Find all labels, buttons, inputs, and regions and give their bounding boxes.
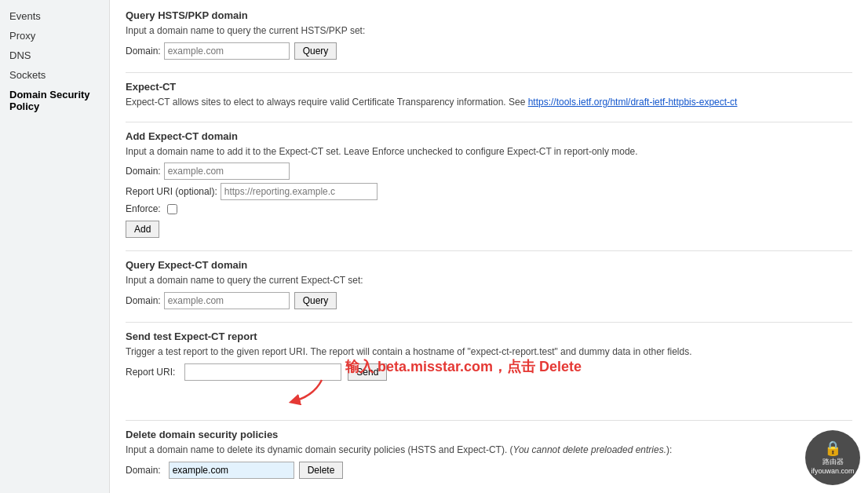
add-expect-ct-report-uri-row: Report URI (optional): — [126, 183, 852, 200]
add-expect-ct-report-uri-input[interactable] — [221, 183, 377, 200]
delete-domain-desc-italic: You cannot delete preloaded entries. — [513, 444, 666, 455]
delete-domain-desc-suffix: ): — [666, 444, 672, 455]
expect-ct-description-text: Expect-CT allows sites to elect to alway… — [126, 97, 528, 108]
send-test-description: Trigger a test report to the given repor… — [126, 345, 852, 359]
add-expect-ct-enforce-checkbox[interactable] — [167, 204, 177, 214]
query-expect-ct-button[interactable]: Query — [294, 292, 337, 309]
watermark-line2: ifyouwan.com — [811, 467, 854, 477]
query-expect-ct-section: Query Expect-CT domain Input a domain na… — [126, 259, 852, 309]
watermark: 🔒 路由器 ifyouwan.com — [805, 430, 860, 485]
delete-domain-row: Domain: Delete — [126, 462, 852, 479]
query-hsts-title: Query HSTS/PKP domain — [126, 9, 852, 21]
query-hsts-domain-row: Domain: Query — [126, 42, 852, 60]
delete-domain-button[interactable]: Delete — [299, 462, 344, 479]
annotation-arrow — [283, 376, 330, 407]
query-expect-ct-domain-input[interactable] — [164, 292, 290, 309]
expect-ct-description: Expect-CT allows sites to elect to alway… — [126, 96, 852, 109]
query-hsts-domain-input[interactable] — [164, 42, 290, 60]
send-test-send-button[interactable]: Send — [348, 363, 387, 381]
watermark-icon: 🔒 — [824, 440, 841, 458]
query-hsts-domain-label: Domain: — [126, 46, 161, 57]
delete-domain-description: Input a domain name to delete its dynami… — [126, 444, 852, 457]
query-hsts-section: Query HSTS/PKP domain Input a domain nam… — [126, 9, 852, 60]
add-expect-ct-enforce-row: Enforce: — [126, 203, 852, 214]
sidebar-item-domain-security-policy[interactable]: Domain Security Policy — [0, 85, 109, 116]
sidebar-item-proxy[interactable]: Proxy — [0, 26, 109, 46]
send-test-report-uri-label: Report URI: — [126, 367, 175, 378]
delete-domain-label: Domain: — [126, 465, 161, 476]
add-expect-ct-domain-input[interactable] — [164, 163, 290, 180]
sidebar-item-dns[interactable]: DNS — [0, 46, 109, 65]
expect-ct-title: Expect-CT — [126, 81, 852, 93]
sidebar-item-events[interactable]: Events — [0, 6, 109, 26]
add-expect-ct-domain-row: Domain: — [126, 163, 852, 180]
send-test-section: Send test Expect-CT report Trigger a tes… — [126, 330, 852, 407]
sidebar-item-sockets[interactable]: Sockets — [0, 65, 109, 85]
query-expect-ct-domain-row: Domain: Query — [126, 292, 852, 309]
watermark-line1: 路由器 — [822, 458, 844, 467]
add-expect-ct-domain-label: Domain: — [126, 166, 161, 177]
delete-domain-input[interactable] — [169, 462, 294, 479]
sidebar: Events Proxy DNS Sockets Domain Security… — [0, 0, 110, 493]
add-expect-ct-title: Add Expect-CT domain — [126, 130, 852, 142]
query-hsts-description: Input a domain name to query the current… — [126, 24, 852, 38]
add-expect-ct-report-uri-label: Report URI (optional): — [126, 186, 217, 197]
expect-ct-section: Expect-CT Expect-CT allows sites to elec… — [126, 81, 852, 109]
expect-ct-link[interactable]: https://tools.ietf.org/html/draft-ietf-h… — [528, 97, 738, 108]
query-expect-ct-description: Input a domain name to query the current… — [126, 274, 852, 287]
add-expect-ct-section: Add Expect-CT domain Input a domain name… — [126, 130, 852, 239]
add-expect-ct-enforce-label: Enforce: — [126, 203, 161, 214]
query-hsts-button[interactable]: Query — [294, 42, 337, 60]
add-expect-ct-add-button[interactable]: Add — [126, 221, 159, 238]
add-expect-ct-description: Input a domain name to add it to the Exp… — [126, 145, 852, 159]
delete-domain-title: Delete domain security policies — [126, 429, 852, 440]
send-test-row: Report URI: Send 输入 beta.misstar.com，点击 … — [126, 363, 852, 381]
query-expect-ct-domain-label: Domain: — [126, 295, 161, 306]
query-expect-ct-title: Query Expect-CT domain — [126, 259, 852, 271]
delete-domain-desc-prefix: Input a domain name to delete its dynami… — [126, 444, 513, 455]
send-test-title: Send test Expect-CT report — [126, 330, 852, 342]
delete-domain-section: Delete domain security policies Input a … — [126, 429, 852, 479]
main-content: Query HSTS/PKP domain Input a domain nam… — [110, 0, 868, 493]
